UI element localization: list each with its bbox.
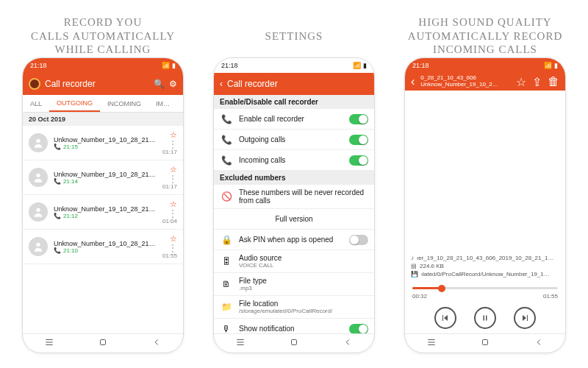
tab-incoming[interactable]: INCOMING — [100, 95, 148, 112]
more-menu-icon[interactable]: ⋮ — [168, 245, 177, 251]
svg-rect-13 — [442, 315, 443, 321]
recording-title: Unknow_Number_19_10_28_21_14_31_046 — [54, 171, 157, 178]
app-title: Call recorder — [227, 79, 278, 89]
pause-button[interactable] — [474, 307, 496, 329]
phone-outgoing-icon: 📞 — [220, 135, 233, 145]
svg-point-2 — [36, 208, 40, 212]
settings-list[interactable]: Enable/Disable call recorder 📞 Enable ca… — [214, 95, 374, 333]
app-bar: Call recorder 🔍 ⚙ — [23, 73, 183, 95]
setting-ask-pin[interactable]: 🔒 Ask PIN when app is opened — [214, 230, 374, 250]
recording-row[interactable]: Unknow_Number_19_10_28_21_14_31_046📞21:1… — [23, 160, 183, 195]
recording-row[interactable]: Unknow_Number_19_10_28_21_12_49_283📞21:1… — [23, 195, 183, 230]
status-icons: 📶 ▮ — [544, 62, 558, 69]
svg-point-0 — [36, 139, 40, 143]
settings-section-header: Enable/Disable call recorder — [214, 95, 374, 109]
svg-point-1 — [36, 174, 40, 177]
setting-file-location[interactable]: 📁 File location/storage/emulated/0/ProCa… — [214, 296, 374, 319]
tab-outgoing[interactable]: OUTGOING — [49, 95, 100, 112]
svg-rect-11 — [291, 339, 296, 344]
status-icons: 📶 ▮ — [353, 62, 367, 69]
recording-duration: 01:17 — [162, 183, 177, 190]
phone-settings-screen: 21:18 📶 ▮ ‹ Call recorder Enable/Disable… — [213, 57, 375, 353]
nav-home-icon[interactable] — [98, 337, 108, 350]
phone-icon: 📞 — [220, 114, 233, 124]
more-menu-icon[interactable]: ⋮ — [168, 176, 177, 182]
back-icon[interactable]: ‹ — [220, 79, 223, 89]
phone-incoming-icon: 📞 — [220, 155, 233, 166]
nav-back-icon[interactable] — [343, 337, 353, 350]
time-current: 00:32 — [412, 293, 427, 300]
recording-time: 📞21:12 — [54, 213, 157, 219]
full-version-button[interactable]: Full version — [214, 209, 374, 230]
nav-recent-icon[interactable] — [426, 337, 437, 350]
recording-duration: 01:55 — [162, 252, 177, 259]
tab-all[interactable]: ALL — [23, 95, 49, 112]
seek-bar[interactable] — [412, 287, 558, 289]
status-bar: 21:18 📶 ▮ — [214, 58, 374, 73]
toggle-switch[interactable] — [349, 135, 368, 145]
setting-excluded-desc[interactable]: 🚫 These numbers will be never recorded f… — [214, 185, 374, 209]
time-total: 01:55 — [543, 293, 558, 300]
recording-time: 📞21:10 — [54, 247, 157, 254]
player-body: ♪ıer_19_10_28_21_10_43_606_2019_10_28_21… — [405, 91, 565, 333]
phone-player-screen: 21:18 📶 ▮ ‹ 0_28_21_10_43_606 Unknow_Num… — [404, 57, 566, 353]
recordings-list: 20 Oct 2019 Unknow_Number_19_10_28_21_15… — [23, 113, 183, 333]
app-logo-icon — [29, 78, 40, 90]
nav-home-icon[interactable] — [480, 337, 490, 350]
recording-time: 📞21:15 — [54, 144, 157, 150]
recording-row[interactable]: Unknow_Number_19_10_28_21_15_51_199📞21:1… — [23, 126, 183, 160]
status-time: 21:18 — [30, 62, 47, 69]
setting-enable-recorder[interactable]: 📞 Enable call recorder — [214, 109, 374, 130]
svg-rect-7 — [100, 339, 105, 344]
setting-file-type[interactable]: 🗎 File type.mp3 — [214, 273, 374, 296]
recording-row[interactable]: Unknow_Number_19_10_28_21_10_43_606📞21:1… — [23, 230, 183, 264]
block-ear-icon: 🚫 — [220, 191, 233, 202]
setting-incoming[interactable]: 📞 Incoming calls — [214, 150, 374, 171]
settings-gear-icon[interactable]: ⚙ — [169, 79, 177, 89]
phone-small-icon: 📞 — [54, 247, 61, 254]
music-note-icon: ♪ — [411, 255, 414, 261]
tab-important[interactable]: IM… — [148, 95, 177, 112]
promo-caption: HIGH SOUND QUALITYAUTOMATICALLY RECORDIN… — [408, 15, 563, 57]
more-menu-icon[interactable]: ⋮ — [168, 210, 177, 216]
nav-recent-icon[interactable] — [235, 337, 245, 350]
recording-title: Unknow_Number_19_10_28_21_12_49_283 — [54, 205, 157, 213]
svg-rect-21 — [482, 339, 487, 344]
bell-icon: 🎙 — [220, 324, 233, 334]
recording-title: Unknow_Number_19_10_28_21_10_43_606 — [54, 240, 157, 247]
nav-home-icon[interactable] — [289, 337, 299, 350]
promo-caption: SETTINGS — [265, 15, 323, 57]
more-menu-icon[interactable]: ⋮ — [168, 141, 177, 147]
next-button[interactable] — [514, 307, 536, 329]
app-bar: ‹ Call recorder — [214, 73, 374, 95]
file-icon: 🗎 — [220, 279, 233, 289]
toggle-switch[interactable] — [349, 155, 368, 166]
recording-time: 📞21:14 — [54, 178, 157, 185]
star-icon[interactable]: ☆ — [516, 75, 526, 89]
avatar-icon — [29, 237, 48, 256]
system-nav-bar — [214, 333, 374, 353]
svg-rect-15 — [486, 316, 487, 321]
recording-duration: 01:04 — [162, 218, 177, 224]
toggle-switch[interactable] — [349, 324, 368, 334]
toggle-switch[interactable] — [349, 235, 368, 245]
status-icons: 📶 ▮ — [162, 62, 176, 69]
folder-icon: 📁 — [220, 302, 233, 312]
setting-outgoing[interactable]: 📞 Outgoing calls — [214, 130, 374, 150]
phone-small-icon: 📞 — [54, 144, 61, 150]
delete-icon[interactable]: 🗑 — [548, 75, 559, 88]
search-icon[interactable]: 🔍 — [154, 79, 165, 89]
prev-button[interactable] — [434, 307, 456, 329]
nav-back-icon[interactable] — [151, 337, 162, 350]
app-title: Call recorder — [45, 79, 96, 89]
svg-point-3 — [36, 243, 40, 247]
status-time: 21:18 — [412, 62, 429, 69]
status-time: 21:18 — [221, 62, 238, 69]
setting-show-notification[interactable]: 🎙 Show notification — [214, 319, 374, 333]
nav-back-icon[interactable] — [534, 337, 544, 350]
setting-audio-source[interactable]: 🎛 Audio sourceVOICE CALL — [214, 250, 374, 273]
toggle-switch[interactable] — [349, 114, 368, 124]
back-icon[interactable]: ‹ — [411, 75, 415, 88]
nav-recent-icon[interactable] — [44, 337, 54, 350]
share-icon[interactable]: ⇪ — [532, 75, 542, 89]
